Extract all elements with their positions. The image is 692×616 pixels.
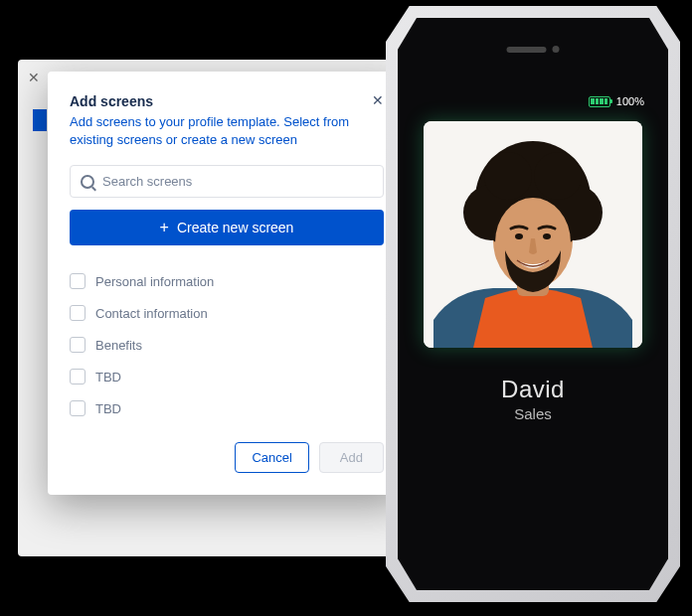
profile-photo — [424, 121, 642, 348]
checkbox[interactable] — [70, 305, 86, 321]
screen-option[interactable]: TBD — [70, 392, 384, 424]
checkbox[interactable] — [70, 273, 86, 289]
create-new-screen-button[interactable]: + Create new screen — [70, 210, 384, 245]
profile-role: Sales — [398, 405, 668, 422]
checkbox[interactable] — [70, 337, 86, 353]
option-label: Personal information — [95, 274, 214, 289]
search-icon — [81, 175, 94, 189]
checkbox[interactable] — [70, 369, 86, 385]
device-speaker — [507, 46, 560, 53]
backdrop-accent-bar — [33, 109, 47, 131]
modal-title: Add screens — [70, 93, 153, 109]
search-container[interactable] — [70, 165, 384, 198]
svg-point-7 — [534, 152, 582, 200]
option-label: Benefits — [95, 338, 142, 353]
search-input[interactable] — [102, 174, 373, 189]
add-screens-modal: Add screens ✕ Add screens to your profil… — [48, 72, 406, 495]
option-label: TBD — [95, 370, 121, 385]
cancel-button[interactable]: Cancel — [235, 442, 308, 473]
add-button[interactable]: Add — [319, 442, 384, 473]
option-label: TBD — [95, 401, 121, 416]
screen-option[interactable]: Contact information — [70, 297, 384, 329]
profile-name: David — [398, 376, 668, 403]
svg-point-9 — [515, 233, 523, 239]
battery-icon — [589, 96, 610, 107]
plus-icon: + — [160, 220, 169, 235]
svg-point-10 — [543, 233, 551, 239]
screen-option[interactable]: Benefits — [70, 329, 384, 361]
checkbox[interactable] — [70, 400, 86, 416]
badge-device: 100% — [386, 6, 680, 602]
backdrop-close-icon[interactable]: ✕ — [28, 70, 40, 85]
svg-point-6 — [484, 152, 532, 200]
close-icon[interactable]: ✕ — [372, 93, 384, 107]
screen-option[interactable]: TBD — [70, 361, 384, 392]
option-label: Contact information — [95, 306, 208, 321]
screen-option[interactable]: Personal information — [70, 265, 384, 297]
create-button-label: Create new screen — [177, 220, 294, 235]
battery-percent: 100% — [616, 95, 644, 107]
modal-description: Add screens to your profile template. Se… — [70, 113, 384, 149]
